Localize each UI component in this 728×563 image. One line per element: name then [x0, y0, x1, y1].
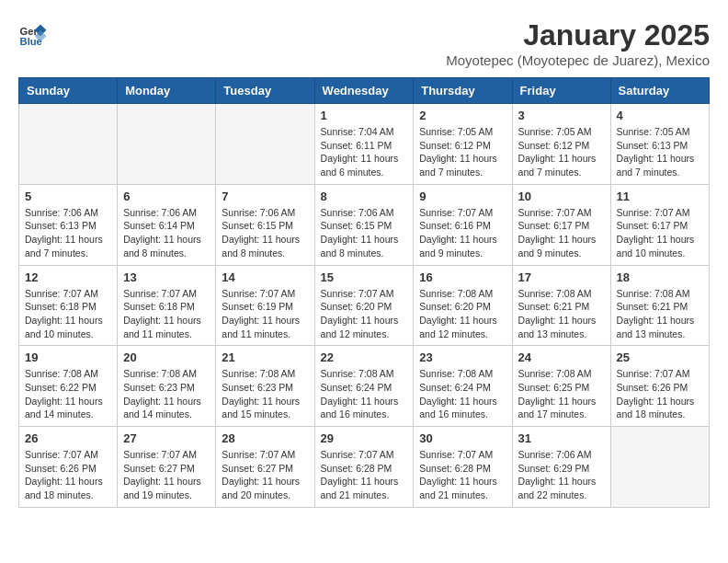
- day-number: 26: [25, 431, 111, 445]
- day-info: Sunrise: 7:06 AMSunset: 6:15 PMDaylight:…: [222, 206, 308, 260]
- day-number: 17: [518, 270, 605, 284]
- day-number: 28: [222, 431, 308, 445]
- day-number: 13: [123, 270, 210, 284]
- calendar-cell: 19Sunrise: 7:08 AMSunset: 6:22 PMDayligh…: [19, 346, 118, 427]
- calendar-header-row: SundayMondayTuesdayWednesdayThursdayFrid…: [19, 78, 710, 104]
- day-number: 22: [321, 350, 408, 364]
- day-number: 21: [222, 350, 308, 364]
- calendar-cell: 22Sunrise: 7:08 AMSunset: 6:24 PMDayligh…: [314, 346, 414, 427]
- calendar-header-sunday: Sunday: [19, 78, 118, 104]
- calendar-cell: 27Sunrise: 7:07 AMSunset: 6:27 PMDayligh…: [118, 427, 216, 508]
- calendar-cell: 17Sunrise: 7:08 AMSunset: 6:21 PMDayligh…: [512, 265, 610, 346]
- calendar-header-saturday: Saturday: [610, 78, 709, 104]
- day-info: Sunrise: 7:07 AMSunset: 6:17 PMDaylight:…: [617, 206, 703, 260]
- calendar-cell: [610, 427, 709, 508]
- day-info: Sunrise: 7:07 AMSunset: 6:16 PMDaylight:…: [419, 206, 506, 260]
- day-info: Sunrise: 7:05 AMSunset: 6:12 PMDaylight:…: [419, 125, 506, 179]
- calendar-cell: 28Sunrise: 7:07 AMSunset: 6:27 PMDayligh…: [216, 427, 314, 508]
- calendar-cell: [118, 104, 216, 185]
- day-number: 24: [518, 350, 605, 364]
- calendar-cell: 5Sunrise: 7:06 AMSunset: 6:13 PMDaylight…: [19, 184, 118, 265]
- calendar-cell: 18Sunrise: 7:08 AMSunset: 6:21 PMDayligh…: [610, 265, 709, 346]
- week-row-2: 12Sunrise: 7:07 AMSunset: 6:18 PMDayligh…: [19, 265, 710, 346]
- calendar-cell: 14Sunrise: 7:07 AMSunset: 6:19 PMDayligh…: [216, 265, 314, 346]
- day-info: Sunrise: 7:06 AMSunset: 6:14 PMDaylight:…: [123, 206, 210, 260]
- day-info: Sunrise: 7:08 AMSunset: 6:22 PMDaylight:…: [25, 367, 111, 421]
- calendar-cell: 3Sunrise: 7:05 AMSunset: 6:12 PMDaylight…: [512, 104, 610, 185]
- calendar-cell: 8Sunrise: 7:06 AMSunset: 6:15 PMDaylight…: [314, 184, 414, 265]
- calendar-cell: 23Sunrise: 7:08 AMSunset: 6:24 PMDayligh…: [414, 346, 512, 427]
- day-number: 14: [222, 270, 308, 284]
- day-info: Sunrise: 7:08 AMSunset: 6:21 PMDaylight:…: [617, 287, 703, 341]
- day-info: Sunrise: 7:04 AMSunset: 6:11 PMDaylight:…: [321, 125, 408, 179]
- calendar-cell: 12Sunrise: 7:07 AMSunset: 6:18 PMDayligh…: [19, 265, 118, 346]
- day-info: Sunrise: 7:06 AMSunset: 6:15 PMDaylight:…: [321, 206, 408, 260]
- day-info: Sunrise: 7:07 AMSunset: 6:20 PMDaylight:…: [321, 287, 408, 341]
- day-number: 12: [25, 270, 111, 284]
- calendar-cell: 1Sunrise: 7:04 AMSunset: 6:11 PMDaylight…: [314, 104, 414, 185]
- calendar-cell: 29Sunrise: 7:07 AMSunset: 6:28 PMDayligh…: [314, 427, 414, 508]
- calendar-cell: 15Sunrise: 7:07 AMSunset: 6:20 PMDayligh…: [314, 265, 414, 346]
- day-number: 30: [419, 431, 506, 445]
- day-info: Sunrise: 7:08 AMSunset: 6:23 PMDaylight:…: [222, 367, 308, 421]
- calendar-cell: 24Sunrise: 7:08 AMSunset: 6:25 PMDayligh…: [512, 346, 610, 427]
- day-info: Sunrise: 7:07 AMSunset: 6:28 PMDaylight:…: [419, 448, 506, 502]
- day-number: 9: [419, 190, 506, 203]
- day-number: 2: [419, 109, 506, 122]
- calendar-cell: 6Sunrise: 7:06 AMSunset: 6:14 PMDaylight…: [118, 184, 216, 265]
- calendar-cell: 13Sunrise: 7:07 AMSunset: 6:18 PMDayligh…: [118, 265, 216, 346]
- calendar-cell: 21Sunrise: 7:08 AMSunset: 6:23 PMDayligh…: [216, 346, 314, 427]
- day-number: 5: [25, 190, 111, 203]
- day-number: 29: [321, 431, 408, 445]
- day-info: Sunrise: 7:07 AMSunset: 6:28 PMDaylight:…: [321, 448, 408, 502]
- day-info: Sunrise: 7:08 AMSunset: 6:25 PMDaylight:…: [518, 367, 605, 421]
- day-number: 10: [518, 190, 605, 203]
- calendar-cell: 16Sunrise: 7:08 AMSunset: 6:20 PMDayligh…: [414, 265, 512, 346]
- calendar-title: January 2025: [446, 18, 710, 52]
- calendar-header-thursday: Thursday: [414, 78, 512, 104]
- page-header: Gen Blue January 2025 Moyotepec (Moyotep…: [18, 18, 710, 68]
- day-info: Sunrise: 7:07 AMSunset: 6:27 PMDaylight:…: [222, 448, 308, 502]
- day-info: Sunrise: 7:08 AMSunset: 6:21 PMDaylight:…: [518, 287, 605, 341]
- calendar-cell: 11Sunrise: 7:07 AMSunset: 6:17 PMDayligh…: [610, 184, 709, 265]
- day-info: Sunrise: 7:07 AMSunset: 6:18 PMDaylight:…: [25, 287, 111, 341]
- day-info: Sunrise: 7:08 AMSunset: 6:24 PMDaylight:…: [419, 367, 506, 421]
- day-number: 8: [321, 190, 408, 203]
- day-info: Sunrise: 7:05 AMSunset: 6:13 PMDaylight:…: [617, 125, 703, 179]
- day-number: 3: [518, 109, 605, 122]
- day-number: 1: [321, 109, 408, 122]
- calendar-header-wednesday: Wednesday: [314, 78, 414, 104]
- day-number: 15: [321, 270, 408, 284]
- day-number: 31: [518, 431, 605, 445]
- day-info: Sunrise: 7:08 AMSunset: 6:20 PMDaylight:…: [419, 287, 506, 341]
- week-row-4: 26Sunrise: 7:07 AMSunset: 6:26 PMDayligh…: [19, 427, 710, 508]
- day-info: Sunrise: 7:07 AMSunset: 6:26 PMDaylight:…: [617, 367, 703, 421]
- day-info: Sunrise: 7:07 AMSunset: 6:19 PMDaylight:…: [222, 287, 308, 341]
- day-info: Sunrise: 7:06 AMSunset: 6:13 PMDaylight:…: [25, 206, 111, 260]
- day-number: 20: [123, 350, 210, 364]
- calendar-cell: 25Sunrise: 7:07 AMSunset: 6:26 PMDayligh…: [610, 346, 709, 427]
- day-number: 25: [617, 350, 703, 364]
- calendar-header-monday: Monday: [118, 78, 216, 104]
- calendar-subtitle: Moyotepec (Moyotepec de Juarez), Mexico: [446, 52, 710, 68]
- title-section: January 2025 Moyotepec (Moyotepec de Jua…: [446, 18, 710, 68]
- calendar-cell: 9Sunrise: 7:07 AMSunset: 6:16 PMDaylight…: [414, 184, 512, 265]
- day-number: 6: [123, 190, 210, 203]
- week-row-1: 5Sunrise: 7:06 AMSunset: 6:13 PMDaylight…: [19, 184, 710, 265]
- calendar-cell: 2Sunrise: 7:05 AMSunset: 6:12 PMDaylight…: [414, 104, 512, 185]
- day-number: 18: [617, 270, 703, 284]
- day-info: Sunrise: 7:06 AMSunset: 6:29 PMDaylight:…: [518, 448, 605, 502]
- calendar-header-friday: Friday: [512, 78, 610, 104]
- day-info: Sunrise: 7:07 AMSunset: 6:17 PMDaylight:…: [518, 206, 605, 260]
- day-number: 19: [25, 350, 111, 364]
- day-number: 27: [123, 431, 210, 445]
- calendar-table: SundayMondayTuesdayWednesdayThursdayFrid…: [18, 77, 710, 508]
- day-number: 16: [419, 270, 506, 284]
- logo: Gen Blue: [18, 18, 48, 48]
- week-row-3: 19Sunrise: 7:08 AMSunset: 6:22 PMDayligh…: [19, 346, 710, 427]
- calendar-cell: [216, 104, 314, 185]
- day-number: 7: [222, 190, 308, 203]
- logo-icon: Gen Blue: [18, 18, 48, 48]
- calendar-cell: 4Sunrise: 7:05 AMSunset: 6:13 PMDaylight…: [610, 104, 709, 185]
- day-number: 11: [617, 190, 703, 203]
